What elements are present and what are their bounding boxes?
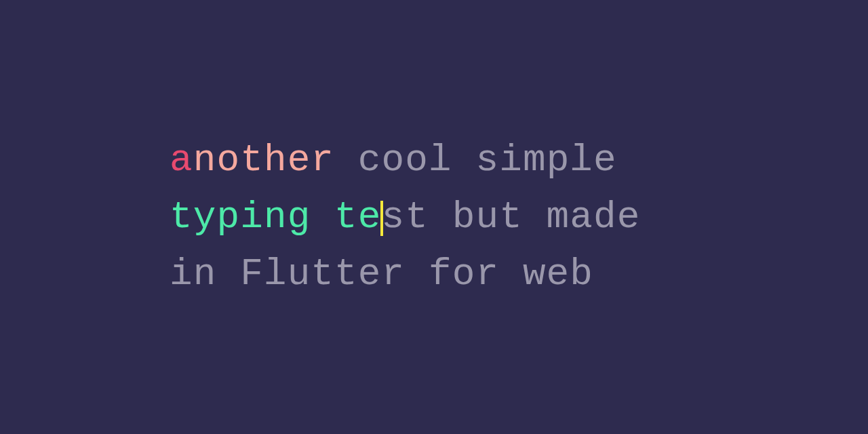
typed-chars-partial: nother xyxy=(193,138,334,182)
pending-space xyxy=(334,138,358,182)
typed-chars-correct: typing te xyxy=(170,195,382,239)
typed-char-error: a xyxy=(170,138,193,182)
typing-test-area[interactable]: another cool simple typing test but made… xyxy=(170,132,698,302)
pending-text-line1: cool simple xyxy=(358,138,617,182)
